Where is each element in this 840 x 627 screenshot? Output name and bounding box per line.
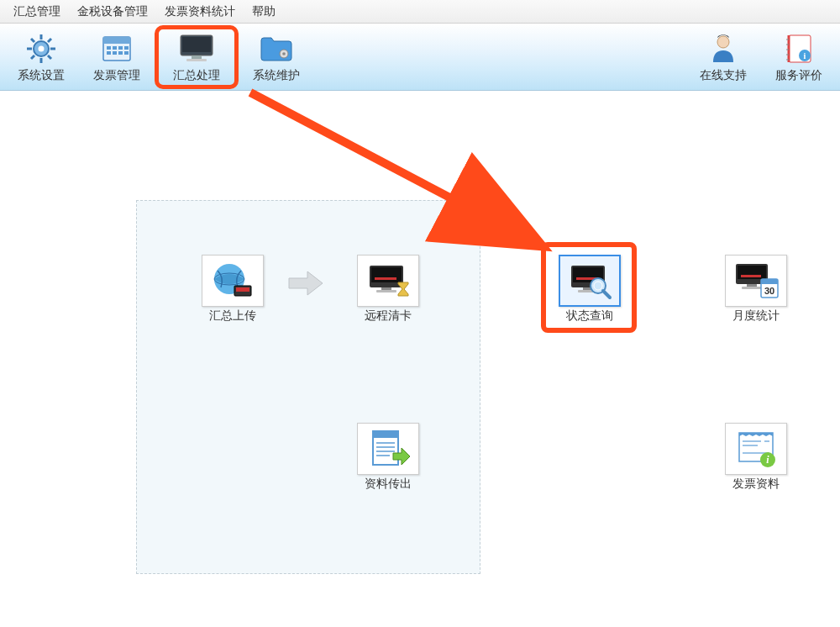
toolbar-online-support-label: 在线支持 <box>700 68 747 83</box>
svg-point-9 <box>39 45 45 51</box>
svg-rect-44 <box>376 290 396 292</box>
svg-rect-17 <box>113 51 117 55</box>
notebook-info-icon: i <box>779 31 819 66</box>
icon-summary-upload[interactable]: 汇总上传 <box>197 255 268 324</box>
toolbar-invoice-mgmt-label: 发票管理 <box>93 68 140 83</box>
svg-rect-18 <box>118 51 123 55</box>
monitor-icon <box>176 31 217 66</box>
svg-line-5 <box>31 39 34 42</box>
toolbar-summary-process[interactable]: 汇总处理 <box>155 25 239 89</box>
arrow-right-icon <box>286 263 326 303</box>
toolbar-system-maint[interactable]: 系统维护 <box>239 25 314 89</box>
icon-data-export[interactable]: 资料传出 <box>353 423 423 492</box>
svg-rect-23 <box>186 59 207 61</box>
svg-rect-62 <box>747 284 757 287</box>
monitor-calendar-icon: 30 <box>732 261 780 301</box>
globe-upload-icon <box>209 261 256 301</box>
icon-data-export-label: 资料传出 <box>353 477 423 492</box>
menu-help[interactable]: 帮助 <box>244 1 284 23</box>
icon-monthly-stats[interactable]: 30 月度统计 <box>721 255 791 324</box>
toolbar-online-support[interactable]: 在线支持 <box>685 25 761 89</box>
support-person-icon <box>703 31 743 66</box>
svg-line-58 <box>603 291 610 298</box>
svg-text:i: i <box>804 51 806 61</box>
svg-rect-15 <box>124 46 129 50</box>
svg-line-6 <box>48 55 51 59</box>
calendar-day-text: 30 <box>764 286 774 296</box>
icon-remote-clear[interactable]: 远程清卡 <box>353 255 423 324</box>
svg-rect-21 <box>182 37 211 52</box>
svg-rect-63 <box>742 287 762 289</box>
icon-remote-clear-label: 远程清卡 <box>353 308 423 324</box>
svg-point-26 <box>717 36 729 48</box>
svg-line-8 <box>31 55 34 59</box>
toolbar-system-maint-label: 系统维护 <box>253 68 300 83</box>
menu-tax-device[interactable]: 金税设备管理 <box>69 1 156 23</box>
svg-rect-13 <box>113 46 117 50</box>
svg-rect-39 <box>236 287 249 292</box>
icon-invoice-data-label: 发票资料 <box>721 477 791 492</box>
svg-rect-14 <box>118 46 123 50</box>
toolbar-system-settings[interactable]: 系统设置 <box>3 25 79 89</box>
gear-icon <box>21 31 61 66</box>
svg-rect-61 <box>741 275 761 277</box>
svg-rect-41 <box>371 267 402 282</box>
receipt-info-icon: i <box>732 428 780 470</box>
summary-group-panel <box>136 200 480 574</box>
svg-rect-11 <box>103 37 130 44</box>
toolbar: 系统设置 发票管理 <box>0 24 840 91</box>
svg-point-25 <box>282 52 286 55</box>
svg-rect-43 <box>381 287 391 290</box>
svg-line-7 <box>48 39 51 42</box>
content-area: 汇总上传 远程清卡 <box>0 91 840 627</box>
toolbar-system-settings-label: 系统设置 <box>18 68 65 83</box>
svg-rect-42 <box>375 277 396 280</box>
icon-status-query[interactable]: 状态查询 <box>554 255 625 324</box>
menu-invoice-stats[interactable]: 发票资料统计 <box>156 1 244 23</box>
folder-gear-icon <box>256 31 297 66</box>
menu-bar: 汇总管理 金税设备管理 发票资料统计 帮助 <box>0 0 840 24</box>
svg-rect-46 <box>373 431 398 438</box>
toolbar-service-rating-label: 服务评价 <box>775 68 822 83</box>
icon-invoice-data[interactable]: i 发票资料 <box>721 423 791 492</box>
svg-rect-16 <box>107 51 111 55</box>
svg-rect-65 <box>761 279 778 284</box>
svg-rect-19 <box>124 51 129 55</box>
monitor-magnify-icon <box>566 261 613 301</box>
calendar-grid-icon <box>97 31 137 66</box>
icon-summary-upload-label: 汇总上传 <box>197 308 268 324</box>
toolbar-service-rating[interactable]: i 服务评价 <box>761 25 837 89</box>
menu-summary[interactable]: 汇总管理 <box>5 1 69 23</box>
toolbar-summary-process-label: 汇总处理 <box>173 68 220 83</box>
icon-monthly-stats-label: 月度统计 <box>721 308 791 324</box>
monitor-hourglass-icon <box>365 261 412 301</box>
svg-rect-22 <box>192 55 202 59</box>
icon-status-query-label: 状态查询 <box>554 308 625 324</box>
svg-rect-12 <box>107 46 111 50</box>
document-export-icon <box>365 428 412 470</box>
toolbar-invoice-mgmt[interactable]: 发票管理 <box>79 25 155 89</box>
